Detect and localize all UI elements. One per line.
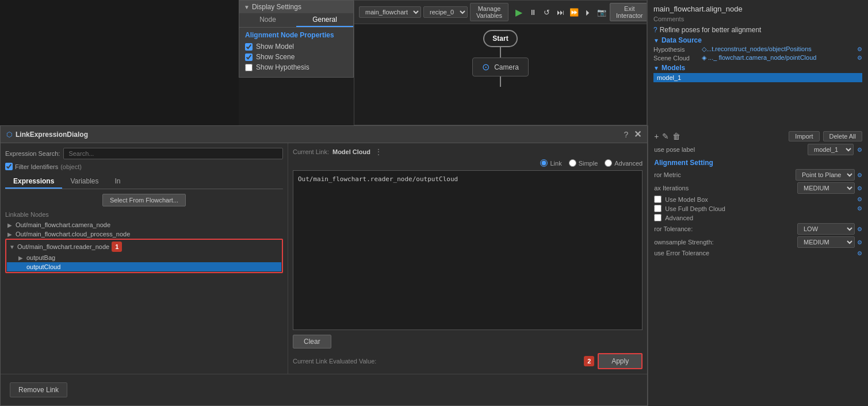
use-full-depth-checkbox[interactable] xyxy=(654,205,661,212)
model-selected-item[interactable]: model_1 xyxy=(653,73,862,82)
section-tri-icon: ▼ xyxy=(653,37,659,44)
display-settings-panel: ▼ Display Settings Node General Alignmen… xyxy=(239,0,354,78)
current-link-value: Model Cloud xyxy=(332,148,370,155)
scene-cloud-label: Scene Cloud xyxy=(653,55,699,62)
manage-variables-button[interactable]: Manage Variables xyxy=(470,3,508,21)
error-metric-link-icon[interactable]: ⚙ xyxy=(857,172,862,178)
models-actions: + ✎ 🗑 xyxy=(654,132,680,141)
models-tri-icon: ▼ xyxy=(653,65,659,71)
step2-badge: 2 xyxy=(584,356,594,366)
use-model-box-link-icon[interactable]: ⚙ xyxy=(857,196,862,202)
dialog-close-icon[interactable]: ✕ xyxy=(634,129,641,140)
pose-label-text: use pose label xyxy=(654,146,804,153)
alignment-settings-panel: + ✎ 🗑 Import Delete All use pose label m… xyxy=(648,125,868,406)
exit-interactor-button[interactable]: Exit Interactor xyxy=(610,3,647,21)
link-expression-dialog: ⬡ LinkExpressionDialog ? ✕ Expression Se… xyxy=(0,125,648,406)
downsample-strength-link-icon[interactable]: ⚙ xyxy=(857,239,862,246)
fast-forward-icon[interactable]: ⏩ xyxy=(568,6,580,18)
radio-advanced[interactable] xyxy=(605,159,612,167)
use-error-tolerance-link-icon[interactable]: ⚙ xyxy=(857,250,862,256)
delete-all-button[interactable]: Delete All xyxy=(823,131,862,141)
use-full-depth-link-icon[interactable]: ⚙ xyxy=(857,205,862,212)
radio-link[interactable] xyxy=(540,159,548,167)
error-tolerance-link-icon[interactable]: ⚙ xyxy=(857,226,862,232)
info-row: ? Refine poses for better alignment xyxy=(653,26,862,34)
scene-cloud-value: ◈ ..._ flowchart.camera_node/pointCloud xyxy=(702,54,855,62)
pose-label-row: use pose label model_1 ⚙ xyxy=(654,144,862,155)
flowchart-dropdown2[interactable]: recipe_0 xyxy=(423,6,468,18)
dialog-icon: ⬡ xyxy=(6,131,12,139)
pause-icon[interactable]: ⏸ xyxy=(527,6,538,18)
error-metric-select[interactable]: Point to Plane xyxy=(796,169,855,181)
tree-item-camera[interactable]: ▶ Out/main_flowchart.camera_node xyxy=(5,220,283,229)
add-model-icon-btn[interactable]: + xyxy=(654,132,659,141)
dialog-titlebar-right: ? ✕ xyxy=(624,129,641,140)
tab-expressions-btn[interactable]: Expressions xyxy=(5,175,62,189)
filter-type-text: (object) xyxy=(60,163,82,170)
max-iterations-link-icon[interactable]: ⚙ xyxy=(857,185,862,191)
filter-identifiers-checkbox[interactable] xyxy=(5,163,13,170)
dialog-titlebar: ⬡ LinkExpressionDialog ? ✕ xyxy=(1,126,647,143)
show-hypothesis-checkbox[interactable] xyxy=(245,64,253,71)
select-from-flowchart-button[interactable]: Select From Flowchart... xyxy=(102,194,186,206)
apply-button[interactable]: Apply xyxy=(598,353,643,369)
models-section: ▼ Models xyxy=(653,64,862,72)
play-icon[interactable]: ▶ xyxy=(513,6,525,18)
link-type-advanced: Advanced xyxy=(605,159,643,167)
dialog-help-icon[interactable]: ? xyxy=(624,130,628,139)
clear-button[interactable]: Clear xyxy=(293,335,331,348)
tree-item-outputcloud-label: outputCloud xyxy=(26,263,60,270)
radio-simple[interactable] xyxy=(569,159,576,167)
link-type-simple-label: Simple xyxy=(579,160,598,167)
camera-node-label: Camera xyxy=(494,63,519,71)
max-iterations-row: ax Iterations MEDIUM ⚙ xyxy=(654,182,862,194)
max-iterations-label: ax Iterations xyxy=(654,185,797,191)
tab-node[interactable]: Node xyxy=(239,13,296,27)
tree-item-reader-label: Out/main_flowchart.reader_node xyxy=(17,243,109,250)
tree-item-cloud-process[interactable]: ▶ Out/main_flowchart.cloud_process_node xyxy=(5,229,283,239)
delete-model-icon-btn[interactable]: 🗑 xyxy=(672,132,680,141)
scene-cloud-link-icon[interactable]: ⚙ xyxy=(857,55,862,61)
dialog-titlebar-left: ⬡ LinkExpressionDialog xyxy=(6,131,88,139)
step1-badge: 1 xyxy=(112,242,122,252)
use-error-tolerance-row: use Error Tolerance ⚙ xyxy=(654,250,862,256)
flowchart-dropdown1[interactable]: main_flowchart xyxy=(359,6,421,18)
camera-snap-icon[interactable]: 📷 xyxy=(596,6,607,18)
hypothesis-label: Hypothesis xyxy=(653,46,699,53)
forward-icon[interactable]: ⏵ xyxy=(582,6,594,18)
edit-model-icon-btn[interactable]: ✎ xyxy=(662,132,669,141)
downsample-strength-select[interactable]: MEDIUM xyxy=(797,236,855,248)
current-link-menu-icon[interactable]: ⋮ xyxy=(375,148,382,156)
flowchart-canvas: Start ⊙ Camera xyxy=(354,24,647,87)
tree-item-outputbag[interactable]: ▶ outputBag xyxy=(7,253,281,262)
model-select[interactable]: model_1 xyxy=(808,144,854,155)
flow-arrow-2 xyxy=(500,76,501,87)
search-input[interactable] xyxy=(63,148,283,159)
hypothesis-value: ◇...t.reconstruct_nodes/objectPositions xyxy=(702,45,855,53)
advanced-checkbox[interactable] xyxy=(654,214,661,221)
tree-item-reader[interactable]: ▼ Out/main_flowchart.reader_node 1 xyxy=(7,240,281,253)
pose-label-link-icon[interactable]: ⚙ xyxy=(857,147,862,153)
tab-general[interactable]: General xyxy=(296,13,353,27)
start-node: Start xyxy=(483,30,518,47)
error-tolerance-select[interactable]: LOW xyxy=(797,223,855,235)
error-metric-label: ror Metric xyxy=(654,171,796,178)
hypothesis-link-icon[interactable]: ⚙ xyxy=(857,46,862,52)
tab-variables-btn[interactable]: Variables xyxy=(62,175,106,189)
remove-link-button[interactable]: Remove Link xyxy=(10,382,67,397)
use-full-depth-cloud-row: Use Full Depth Cloud ⚙ xyxy=(654,205,862,212)
link-type-link-label: Link xyxy=(550,160,561,167)
link-type-link: Link xyxy=(540,159,561,167)
flow-arrow xyxy=(500,47,501,58)
tab-in-btn[interactable]: In xyxy=(107,175,129,189)
use-model-box-checkbox[interactable] xyxy=(654,196,661,203)
max-iterations-select[interactable]: MEDIUM xyxy=(797,182,855,194)
linkable-nodes-label: Linkable Nodes xyxy=(5,211,283,218)
use-error-tolerance-label: use Error Tolerance xyxy=(654,250,857,256)
tree-item-outputcloud[interactable]: outputCloud xyxy=(7,262,281,271)
show-model-checkbox[interactable] xyxy=(245,43,253,51)
refresh-icon[interactable]: ↺ xyxy=(541,6,552,18)
import-button[interactable]: Import xyxy=(789,131,819,141)
show-scene-checkbox[interactable] xyxy=(245,53,253,61)
step-icon[interactable]: ⏭ xyxy=(555,6,566,18)
